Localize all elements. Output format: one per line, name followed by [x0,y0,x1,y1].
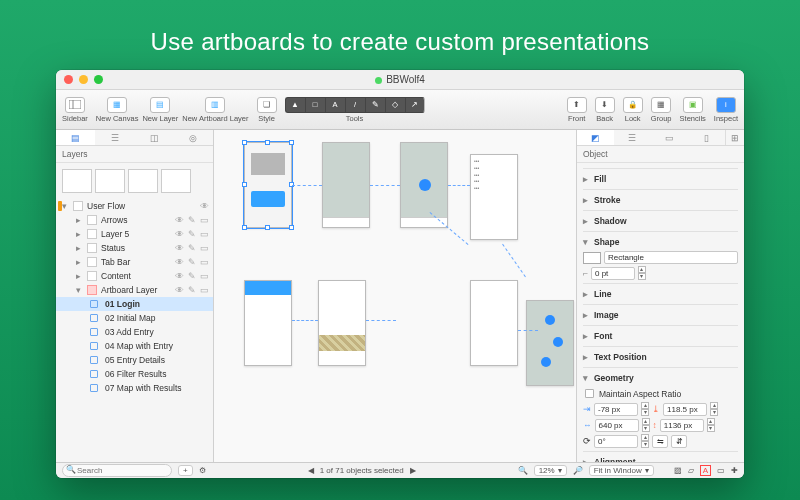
canvas[interactable]: ••••••••••••••• [214,130,576,462]
layer-row[interactable]: ▸Layer 5👁✎▭ [56,227,213,241]
rect-tool[interactable]: □ [305,97,325,113]
new-layer-button[interactable]: ▤ New Layer [142,97,178,123]
artboard-filter[interactable] [470,280,518,366]
artboard-row[interactable]: 02 Initial Map [56,311,213,325]
close-window-button[interactable] [64,75,73,84]
artboard-add[interactable] [400,142,448,228]
maintain-aspect-checkbox[interactable] [585,389,594,398]
zoom-mode-select[interactable]: Fit in Window ▾ [589,465,654,476]
back-button[interactable]: ⬇Back [595,97,615,123]
zoom-in-button[interactable]: 🔎 [573,466,583,475]
artboard-row[interactable]: 01 Login [56,297,213,311]
style-button[interactable]: ❏ Style [257,97,277,123]
artboard-layer-row[interactable]: ▾Artboard Layer👁✎▭ [56,283,213,297]
sidebar-tab-guides[interactable]: ◫ [135,130,174,145]
style-tray-shape[interactable]: ▭ [717,466,725,475]
shape-select[interactable]: Rectangle [604,251,738,264]
front-button[interactable]: ⬆Front [567,97,587,123]
artboard-map[interactable] [322,142,370,228]
section-image[interactable]: ▸Image [583,308,738,322]
canvas-thumb[interactable] [161,169,191,193]
artboard-row[interactable]: 05 Entry Details [56,353,213,367]
stencils-button[interactable]: ▣Stencils [680,97,706,123]
h-field[interactable]: 1136 px [660,419,704,432]
zoom-window-button[interactable] [94,75,103,84]
section-stroke[interactable]: ▸Stroke [583,193,738,207]
x-field[interactable]: -78 px [594,403,638,416]
add-button[interactable]: + [178,465,193,476]
visibility-icon[interactable]: 👁 [175,243,184,253]
line-tool[interactable]: / [345,97,365,113]
new-artboard-layer-button[interactable]: ▥ New Artboard Layer [182,97,248,123]
settings-icon[interactable]: ⚙ [199,466,206,475]
layer-row[interactable]: ▸Status👁✎▭ [56,241,213,255]
artboard-row[interactable]: 03 Add Entry [56,325,213,339]
search-input[interactable] [62,464,172,477]
canvas-thumb[interactable] [95,169,125,193]
artboard-details2[interactable] [244,280,292,366]
inspector-tab-properties[interactable]: ☰ [614,130,651,145]
style-tray-fill[interactable]: ▨ [674,466,682,475]
section-geometry[interactable]: ▾Geometry [583,371,738,385]
selection-tool[interactable]: ▲ [285,97,305,113]
shape-tool[interactable]: ◇ [385,97,405,113]
corner-radius-field[interactable]: 0 pt [591,267,635,280]
sidebar-tab-outline[interactable]: ☰ [95,130,134,145]
new-canvas-button[interactable]: ▦ New Canvas [96,97,139,123]
search-field[interactable] [62,464,172,477]
y-stepper[interactable]: ▴▾ [710,402,718,416]
inspector-tab-canvas[interactable]: ▭ [651,130,688,145]
text-tool[interactable]: A [325,97,345,113]
section-font[interactable]: ▸Font [583,329,738,343]
lock-icon[interactable]: ✎ [188,257,196,267]
connection-tool[interactable]: ↗ [405,97,425,113]
prev-button[interactable]: ◀ [308,466,314,475]
sidebar-tab-layers[interactable]: ▤ [56,130,95,145]
section-line[interactable]: ▸Line [583,287,738,301]
minimize-window-button[interactable] [79,75,88,84]
next-button[interactable]: ▶ [410,466,416,475]
lock-icon[interactable]: ✎ [188,215,196,225]
layer-row[interactable]: ▸Arrows👁✎▭ [56,213,213,227]
visibility-icon[interactable]: 👁 [175,285,184,295]
sidebar-toggle-button[interactable]: Sidebar [62,97,88,123]
lock-icon[interactable]: ✎ [188,271,196,281]
sidebar-tab-selection[interactable]: ◎ [174,130,213,145]
section-fill[interactable]: ▸Fill [583,172,738,186]
w-field[interactable]: 640 px [595,419,639,432]
visibility-icon[interactable]: 👁 [175,229,184,239]
add-style-button[interactable]: ✚ [731,466,738,475]
inspector-tab-grid[interactable]: ⊞ [725,130,744,145]
artboard-row[interactable]: 06 Filter Results [56,367,213,381]
zoom-out-button[interactable]: 🔍 [518,466,528,475]
w-stepper[interactable]: ▴▾ [642,418,650,432]
rotation-field[interactable]: 0° [594,435,638,448]
inspector-tab-object[interactable]: ◩ [577,130,614,145]
visibility-icon[interactable]: 👁 [175,257,184,267]
layer-row[interactable]: ▸Tab Bar👁✎▭ [56,255,213,269]
pen-tool[interactable]: ✎ [365,97,385,113]
artboard-row[interactable]: 04 Map with Entry [56,339,213,353]
flip-h-button[interactable]: ⇋ [652,435,668,448]
section-shape[interactable]: ▾Shape [583,235,738,249]
rotation-stepper[interactable]: ▴▾ [641,434,649,448]
section-alignment[interactable]: ▸Alignment [583,455,738,462]
group-button[interactable]: ▦Group [651,97,672,123]
x-stepper[interactable]: ▴▾ [641,402,649,416]
zoom-level[interactable]: 12% ▾ [534,465,567,476]
corner-radius-stepper[interactable]: ▴▾ [638,266,646,280]
style-tray-stroke[interactable]: ▱ [688,466,694,475]
visibility-icon[interactable]: 👁 [175,271,184,281]
canvas-thumb[interactable] [62,169,92,193]
h-stepper[interactable]: ▴▾ [707,418,715,432]
artboard-login[interactable] [244,142,292,228]
section-shadow[interactable]: ▸Shadow [583,214,738,228]
canvas-thumb[interactable] [128,169,158,193]
lock-icon[interactable]: ✎ [188,229,196,239]
artboard-entry-details[interactable] [318,280,366,366]
flip-v-button[interactable]: ⇵ [671,435,687,448]
inspector-tab-document[interactable]: ▯ [688,130,725,145]
artboard-row[interactable]: 07 Map with Results [56,381,213,395]
section-text-position[interactable]: ▸Text Position [583,350,738,364]
style-tray-text[interactable]: A [700,465,711,476]
